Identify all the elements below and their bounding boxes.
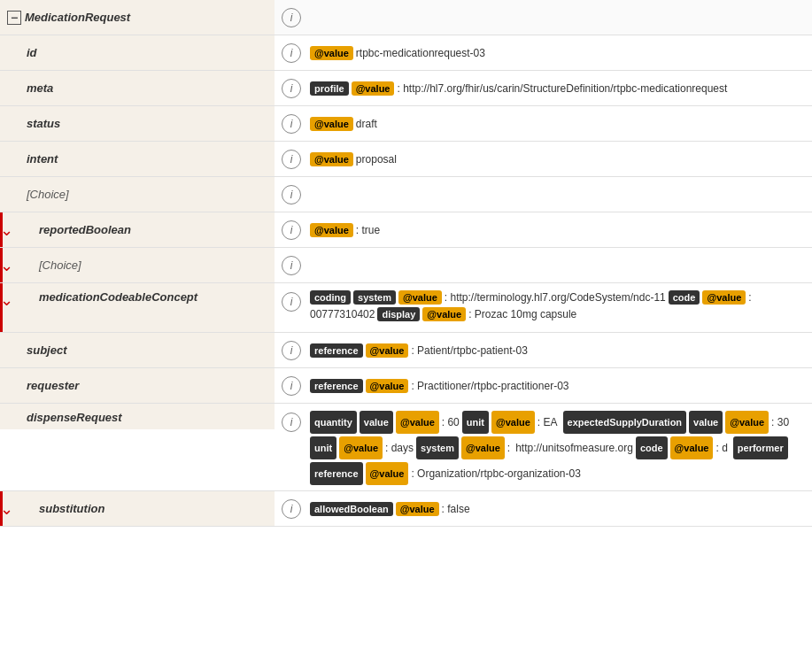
red-bar-choice2: [0, 248, 3, 282]
info-icon-medication-request[interactable]: i: [282, 8, 301, 27]
info-icon-status[interactable]: i: [282, 114, 301, 134]
medication-codeable-row: ⌄ medicationCodeableConcept i coding sys…: [0, 283, 812, 333]
info-icon-choice1[interactable]: i: [282, 185, 301, 204]
reported-boolean-row: ⌄ reportedBoolean i @value : true: [0, 212, 812, 248]
mc-code-value: 00777310402: [310, 308, 375, 320]
dr-at-value-badge-3: @value: [725, 411, 769, 434]
meta-content: profile @value : http://hl7.org/fhir/us/…: [310, 81, 805, 96]
status-label: status: [27, 117, 60, 130]
reported-boolean-label-col: ⌄ reportedBoolean: [0, 212, 275, 247]
meta-info-col: i profile @value : http://hl7.org/fhir/u…: [275, 71, 812, 105]
requester-label: requester: [27, 379, 79, 392]
intent-content: @value proposal: [310, 152, 805, 166]
status-row: status i @value draft: [0, 106, 812, 142]
id-content: @value rtpbc-medicationrequest-03: [310, 46, 805, 60]
id-info-col: i @value rtpbc-medicationrequest-03: [275, 35, 812, 70]
medication-codeable-content: coding system @value : http://terminolog…: [310, 290, 805, 321]
info-icon-substitution[interactable]: i: [282, 499, 301, 519]
dr-at-value-badge-2: @value: [491, 411, 535, 434]
tree-container: − MedicationRequest i id i @value rtpbc-…: [0, 0, 812, 648]
medication-codeable-label-col: ⌄ medicationCodeableConcept: [0, 283, 275, 332]
dr-supply-value: : 30: [771, 412, 789, 433]
choice1-info-col: i: [275, 177, 812, 212]
substitution-allowed-boolean-badge: allowedBoolean: [310, 502, 393, 516]
value-badge-mc-code: @value: [702, 290, 746, 305]
choice1-label-col: [Choice]: [0, 177, 275, 212]
requester-row: requester i reference @value : Practitio…: [0, 368, 812, 404]
info-icon-medication-codeable[interactable]: i: [282, 292, 301, 312]
dispense-request-label-col: dispenseRequest: [0, 404, 275, 429]
reported-boolean-label: reportedBoolean: [39, 223, 131, 236]
id-value-badge: @value: [310, 46, 353, 60]
info-icon-id[interactable]: i: [282, 43, 301, 63]
medication-codeable-label: medicationCodeableConcept: [39, 290, 197, 304]
requester-value-badge: @value: [366, 379, 409, 393]
medication-request-row: − MedicationRequest i: [0, 0, 812, 35]
collapse-button[interactable]: −: [7, 11, 21, 25]
dr-unit-badge: unit: [462, 411, 489, 434]
coding-badge: coding: [310, 290, 351, 305]
choice2-label: [Choice]: [39, 258, 81, 272]
meta-value-text: : http://hl7.org/fhir/us/carin/Structure…: [397, 82, 727, 95]
red-bar-reported: [0, 212, 3, 247]
meta-label: meta: [27, 81, 53, 95]
info-icon-dispense-request[interactable]: i: [282, 413, 301, 432]
info-icon-requester[interactable]: i: [282, 376, 301, 396]
choice2-info-col: i: [275, 248, 812, 282]
dr-value-badge-2: value: [689, 411, 723, 434]
mc-sys-value-text: : http://terminology.hl7.org/CodeSystem/…: [445, 291, 666, 304]
substitution-value-badge: @value: [396, 502, 439, 516]
system-badge-mc: system: [353, 290, 396, 305]
dispense-request-row: dispenseRequest i quantity value @value …: [0, 404, 812, 491]
meta-profile-badge: profile: [310, 81, 349, 96]
dr-code-badge: code: [636, 436, 668, 459]
subject-value-text: : Patient/rtpbc-patient-03: [411, 344, 527, 357]
choice2-label-col: ⌄ [Choice]: [0, 248, 275, 282]
info-icon-choice2[interactable]: i: [282, 256, 301, 275]
dr-at-value-badge-4: @value: [339, 436, 383, 459]
info-icon-reported-boolean[interactable]: i: [282, 220, 301, 240]
dr-days-value: : days: [385, 437, 414, 459]
info-icon-subject[interactable]: i: [282, 341, 301, 360]
choice2-row: ⌄ [Choice] i: [0, 248, 812, 283]
dr-system-value: http://unitsofmeasure.org: [515, 437, 633, 459]
dr-reference-badge: reference: [310, 462, 363, 485]
intent-label: intent: [27, 152, 58, 166]
value-badge-mc-display: @value: [422, 307, 466, 321]
meta-label-col: meta: [0, 71, 275, 105]
substitution-label-col: ⌄ substitution: [0, 491, 275, 526]
info-icon-intent[interactable]: i: [282, 150, 301, 169]
status-content: @value draft: [310, 117, 805, 131]
intent-info-col: i @value proposal: [275, 142, 812, 176]
dr-expected-supply-badge: expectedSupplyDuration: [563, 411, 687, 434]
dr-qty-value: : 60: [442, 412, 460, 433]
info-icon-meta[interactable]: i: [282, 79, 301, 98]
intent-value-badge: @value: [310, 152, 353, 166]
medication-request-info-col: i: [275, 0, 812, 35]
medication-request-label-col: − MedicationRequest: [0, 0, 275, 35]
dispense-request-info-col: i quantity value @value : 60 unit @value…: [275, 404, 812, 490]
red-bar-medication-codeable: [0, 283, 3, 332]
red-bar-substitution: [0, 491, 3, 526]
choice1-label: [Choice]: [27, 188, 69, 201]
reported-boolean-content: @value : true: [310, 223, 805, 237]
status-value-text: draft: [356, 118, 377, 130]
dr-quantity-badge: quantity: [310, 411, 357, 434]
mc-display-value: : Prozac 10mg capsule: [468, 308, 576, 320]
value-badge-mc-sys: @value: [398, 290, 442, 305]
id-label: id: [27, 46, 37, 59]
subject-row: subject i reference @value : Patient/rtp…: [0, 333, 812, 368]
id-label-col: id: [0, 35, 275, 70]
status-value-badge: @value: [310, 117, 353, 131]
dr-at-value-badge-5: @value: [461, 436, 505, 459]
requester-content: reference @value : Practitioner/rtpbc-pr…: [310, 379, 805, 393]
dr-unit-value: : EA: [537, 412, 558, 433]
dispense-request-label: dispenseRequest: [27, 411, 122, 424]
dr-system-colon: :: [507, 437, 510, 459]
dr-performer-badge: performer: [733, 436, 788, 459]
dr-at-value-badge-7: @value: [366, 462, 409, 485]
dr-value-badge: value: [360, 411, 393, 434]
requester-reference-badge: reference: [310, 379, 363, 393]
requester-label-col: requester: [0, 368, 275, 403]
dispense-request-content: quantity value @value : 60 unit @value :…: [310, 411, 805, 485]
